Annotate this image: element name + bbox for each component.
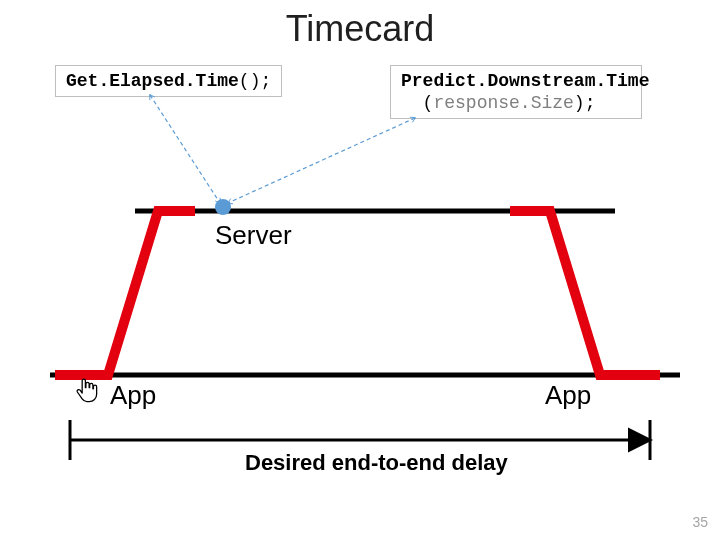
code-right-indent [401,93,423,113]
label-app-right: App [545,380,591,411]
code-left: Get.Elapsed.Time(); [55,65,282,97]
page-number: 35 [692,514,708,530]
cursor-hand-icon [74,377,100,407]
label-server: Server [215,220,292,251]
pointer-right [228,118,415,203]
pointer-left [150,95,220,203]
event-dot [215,199,231,215]
path-up [55,211,195,375]
code-right-open: ( [423,93,434,113]
code-left-method: Get.Elapsed.Time [66,71,239,91]
path-down [510,211,660,375]
code-right-method: Predict.Downstream.Time [401,71,649,91]
page-title: Timecard [0,8,720,50]
label-app-left: App [110,380,156,411]
code-right-param: response.Size [433,93,573,113]
label-delay: Desired end-to-end delay [245,450,508,476]
code-right-close: ); [574,93,596,113]
code-right: Predict.Downstream.Time (response.Size); [390,65,642,119]
code-left-params: (); [239,71,271,91]
